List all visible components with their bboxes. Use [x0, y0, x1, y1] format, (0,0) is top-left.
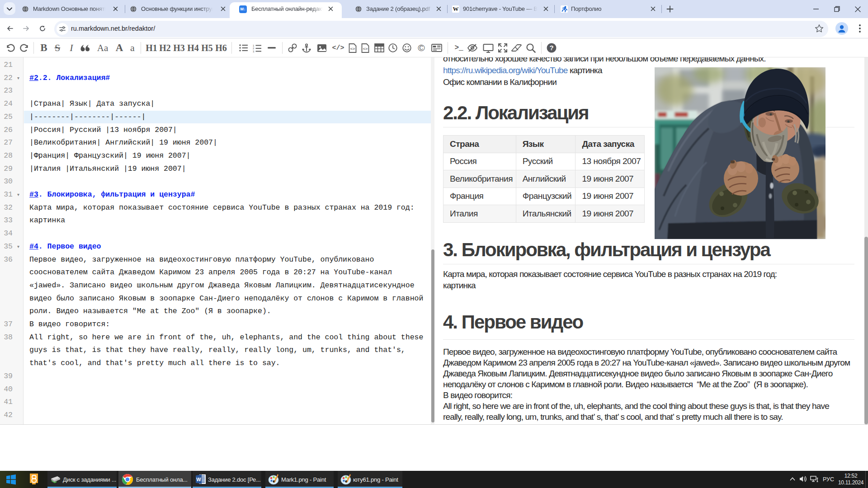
- svg-text:2: 2: [253, 47, 255, 50]
- svg-text:W: W: [196, 477, 201, 482]
- svg-text:1: 1: [253, 44, 255, 47]
- svg-text:<>: <>: [363, 47, 368, 51]
- svg-text:<>: <>: [350, 47, 355, 51]
- svg-text:?: ?: [549, 44, 553, 52]
- svg-text:3: 3: [253, 50, 255, 52]
